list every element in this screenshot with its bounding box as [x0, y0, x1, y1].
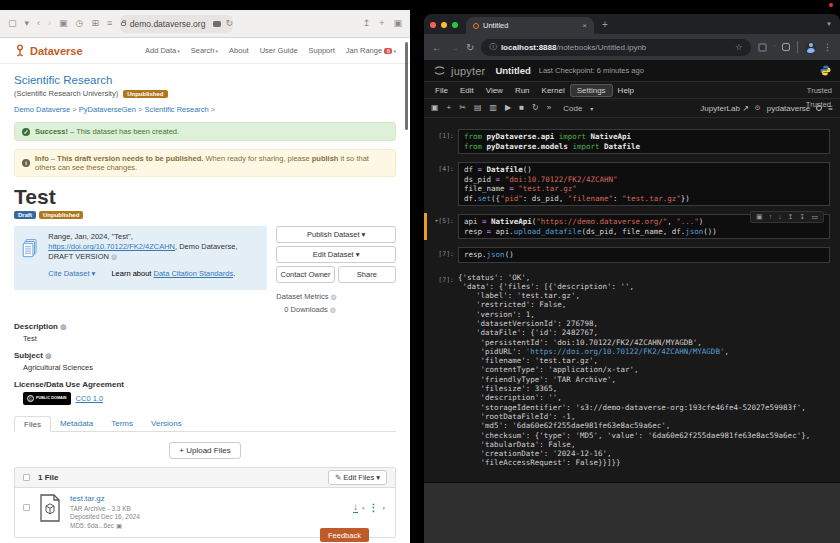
sidebar-icon[interactable]: ▢	[8, 19, 17, 28]
tab-versions[interactable]: Versions	[142, 416, 191, 431]
duplicate-cell-icon[interactable]: ▣	[756, 213, 763, 221]
bookmark-star-icon[interactable]: ☆	[735, 42, 743, 52]
back-icon[interactable]: ‹	[37, 19, 40, 28]
menu-kernel[interactable]: Kernel	[536, 85, 571, 96]
dataverse-brand[interactable]: Dataverse	[14, 44, 83, 57]
file-options-icon[interactable]: ⋮	[368, 502, 378, 513]
file-name-link[interactable]: test.tar.gz	[70, 494, 345, 503]
menu-settings[interactable]: Settings	[571, 85, 612, 96]
window-icon[interactable]: ▣	[59, 19, 68, 28]
add-cell-icon[interactable]: +	[447, 104, 452, 112]
feedback-button[interactable]: Feedback	[320, 528, 369, 542]
code-cell[interactable]: [7]:resp.json()	[424, 247, 840, 263]
cell-editor[interactable]: from pyDataverse.api import NativeApifro…	[458, 129, 830, 154]
menu-help[interactable]: Help	[612, 85, 640, 96]
reload-icon[interactable]: ↻	[225, 19, 233, 28]
omnibox[interactable]: ⓘ localhost:8888/notebooks/Untitled.ipyn…	[481, 39, 750, 56]
contact-owner-button[interactable]: Contact Owner	[276, 266, 334, 283]
run-cell-icon[interactable]: ▶	[505, 104, 511, 112]
forward-icon[interactable]: ›	[48, 19, 51, 28]
upload-files-button[interactable]: + Upload Files	[169, 442, 240, 459]
notification-icon[interactable]: ⊙	[755, 104, 761, 112]
stop-kernel-icon[interactable]: ■	[519, 104, 524, 112]
cell-editor[interactable]: resp.json()	[458, 247, 830, 263]
code-cell[interactable]: [1]:from pyDataverse.api import NativeAp…	[424, 129, 840, 154]
nav-item-about[interactable]: About	[229, 46, 249, 55]
cell-type-dropdown[interactable]: Code ▾	[563, 104, 593, 113]
kernel-name[interactable]: pydataverse	[767, 104, 811, 113]
tab-grid-icon[interactable]: ⊞	[91, 19, 99, 28]
move-cell-up-icon[interactable]: ↑	[769, 213, 773, 221]
tab-search-icon[interactable]: ▼	[826, 21, 832, 27]
delete-cell-icon[interactable]: ▭	[811, 213, 818, 221]
forward-icon[interactable]: →	[449, 42, 459, 53]
file-checkbox[interactable]	[23, 504, 30, 511]
cell-editor[interactable]: df = Datafile()ds_pid = "doi:10.70122/FK…	[458, 162, 830, 206]
breadcrumb-link[interactable]: Scientific Research	[145, 105, 209, 114]
extensions-menu-icon[interactable]	[782, 43, 790, 51]
menu-view[interactable]: View	[480, 85, 509, 96]
back-icon[interactable]: ←	[432, 42, 442, 53]
select-all-checkbox[interactable]	[23, 474, 30, 481]
data-citation-standards-link[interactable]: Learn about Data Citation Standards.	[111, 269, 235, 278]
download-caret-icon[interactable]: ▾	[362, 505, 365, 511]
reader-icon[interactable]: ≡	[107, 19, 112, 28]
notebook-empty-area[interactable]	[424, 483, 840, 543]
insert-cell-below-icon[interactable]: ↧	[800, 213, 806, 221]
share-button[interactable]: Share	[338, 266, 396, 283]
window-controls[interactable]	[430, 22, 458, 28]
move-cell-down-icon[interactable]: ↓	[778, 213, 782, 221]
edit-dataset-button[interactable]: Edit Dataset ▾	[276, 246, 396, 263]
download-file-icon[interactable]: ↓	[353, 503, 358, 513]
code-cell[interactable]: •[5]:api = NativeApi("https://demo.datav…	[424, 214, 840, 239]
user-menu[interactable]: Jan Range6▾	[346, 46, 396, 55]
run-all-icon[interactable]: »	[547, 104, 551, 112]
publish-dataset-button[interactable]: Publish Dataset ▾	[276, 226, 396, 243]
privacy-icon[interactable]: ◷	[76, 19, 84, 28]
insert-cell-above-icon[interactable]: ↥	[788, 213, 794, 221]
site-info-icon[interactable]: ⓘ	[489, 42, 497, 52]
breadcrumb-link[interactable]: Demo Dataverse	[14, 105, 70, 114]
zoom-window-icon[interactable]	[452, 22, 458, 28]
profile-avatar[interactable]	[805, 42, 816, 53]
tab-files[interactable]: Files	[14, 416, 51, 432]
close-window-icon[interactable]	[430, 22, 436, 28]
code-cell[interactable]: [4]:df = Datafile()ds_pid = "doi:10.7012…	[424, 162, 840, 206]
browser-menu-icon[interactable]: ⋮	[823, 42, 832, 52]
notebook-title[interactable]: Untitled	[495, 65, 530, 76]
new-tab-icon[interactable]: +	[379, 19, 384, 28]
nav-item-add-data[interactable]: Add Data▾	[145, 46, 180, 55]
sidebar-chevron-icon[interactable]: ▾	[25, 19, 30, 28]
tab-metadata[interactable]: Metadata	[51, 416, 102, 431]
edit-files-button[interactable]: ✎ Edit Files ▾	[328, 470, 387, 485]
close-tab-icon[interactable]: ×	[582, 21, 587, 30]
copy-cell-icon[interactable]: ▤	[474, 104, 482, 112]
passwords-icon[interactable]	[213, 21, 221, 27]
menu-edit[interactable]: Edit	[454, 85, 480, 96]
nav-item-search[interactable]: Search▾	[191, 46, 218, 55]
scrollbar-thumb[interactable]	[405, 42, 408, 130]
paste-cell-icon[interactable]: ▥	[490, 104, 498, 112]
options-caret-icon[interactable]: ▾	[382, 505, 385, 511]
save-icon[interactable]: ▣	[431, 104, 439, 112]
cite-dataset-button[interactable]: Cite Dataset ▾	[48, 269, 95, 278]
tab-terms[interactable]: Terms	[102, 416, 142, 431]
cut-cell-icon[interactable]: ✂	[459, 104, 466, 112]
open-in-jupyterlab-link[interactable]: JupyterLab ↗	[700, 104, 749, 113]
menu-file[interactable]: File	[429, 85, 454, 96]
new-tab-button[interactable]: +	[602, 19, 608, 30]
reload-icon[interactable]: ↻	[466, 42, 474, 53]
extension-dim-icon[interactable]: '	[774, 44, 775, 51]
extension-icon[interactable]	[758, 43, 767, 52]
cc0-license-link[interactable]: CC0 1.0	[76, 394, 104, 403]
tab-overview-icon[interactable]: ▣	[393, 19, 402, 28]
nav-item-support[interactable]: Support	[309, 46, 335, 55]
nav-item-user-guide[interactable]: User Guide	[260, 46, 298, 55]
collection-title[interactable]: Scientific Research	[14, 74, 396, 86]
address-bar[interactable]: demo.dataverse.org ↻	[120, 15, 233, 33]
menu-run[interactable]: Run	[509, 85, 536, 96]
restart-kernel-icon[interactable]: ↻	[532, 104, 539, 112]
share-icon[interactable]: ↥	[363, 19, 371, 28]
breadcrumb-link[interactable]: PyDataverseGen	[79, 105, 136, 114]
browser-tab[interactable]: Untitled ×	[466, 17, 594, 34]
